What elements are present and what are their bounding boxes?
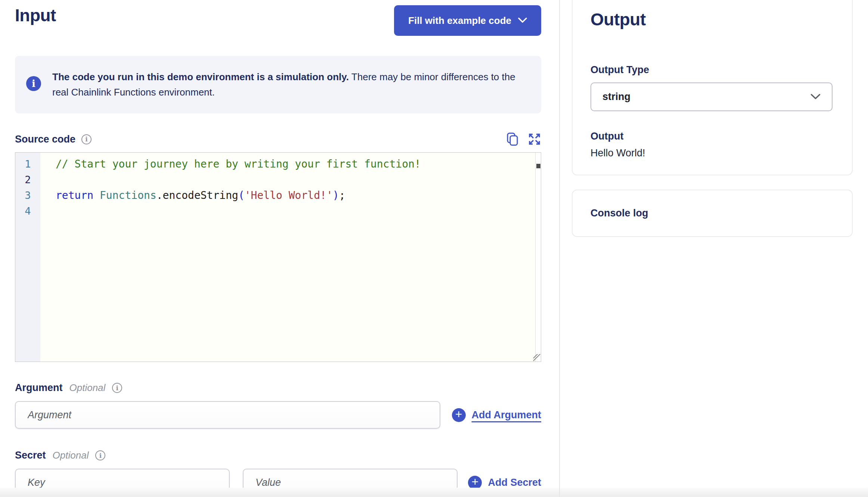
- argument-row: + Add Argument: [15, 401, 541, 429]
- argument-input[interactable]: [15, 401, 440, 429]
- output-title: Output: [590, 9, 834, 30]
- code-line: [56, 172, 421, 188]
- line-number: 3: [15, 188, 40, 203]
- output-type-select[interactable]: string: [590, 82, 833, 111]
- editor-code-area[interactable]: // Start your journey here by writing yo…: [40, 153, 421, 362]
- console-log-card: Console log: [572, 190, 853, 237]
- secret-optional-label: Optional: [53, 450, 89, 461]
- input-title: Input: [15, 5, 56, 26]
- line-number: 1: [15, 156, 40, 172]
- editor-scrollbar[interactable]: [535, 153, 541, 362]
- resize-handle-icon[interactable]: [533, 354, 540, 361]
- expand-editor-button[interactable]: [528, 132, 541, 146]
- source-code-label: Source code: [15, 134, 75, 145]
- output-value: Hello World!: [590, 147, 834, 159]
- add-secret-plus-icon[interactable]: +: [468, 476, 482, 490]
- add-argument-plus-icon[interactable]: +: [452, 408, 466, 422]
- copy-icon: [506, 132, 519, 146]
- add-argument-link[interactable]: Add Argument: [472, 409, 541, 421]
- editor-gutter: 1234: [15, 153, 40, 362]
- code-editor[interactable]: 1234 // Start your journey here by writi…: [15, 152, 541, 362]
- simulation-notice-banner: i The code you run in this demo environm…: [15, 56, 541, 113]
- chevron-down-icon: [518, 18, 527, 24]
- editor-scrollbar-thumb[interactable]: [536, 164, 540, 168]
- code-line: [56, 203, 421, 219]
- chevron-down-icon: [810, 94, 821, 100]
- output-card: Output Output Type string Output Hello W…: [572, 0, 853, 175]
- source-code-info-icon[interactable]: i: [81, 134, 92, 144]
- column-divider: [559, 0, 560, 497]
- argument-label: Argument: [15, 382, 63, 394]
- secret-info-icon[interactable]: i: [95, 450, 105, 460]
- input-panel: Input Fill with example code i The code …: [0, 0, 559, 488]
- argument-label-row: Argument Optional i: [15, 382, 541, 394]
- notice-bold-text: The code you run in this demo environmen…: [52, 71, 349, 82]
- secret-label: Secret: [15, 450, 46, 461]
- output-type-label: Output Type: [590, 64, 834, 76]
- copy-code-button[interactable]: [506, 132, 519, 146]
- page: Input Fill with example code i The code …: [0, 0, 868, 497]
- fill-example-code-label: Fill with example code: [408, 15, 511, 26]
- output-panel: Output Output Type string Output Hello W…: [560, 0, 868, 488]
- code-line: return Functions.encodeString('Hello Wor…: [56, 188, 421, 203]
- add-secret-link[interactable]: Add Secret: [488, 477, 541, 488]
- source-code-header: Source code i: [15, 132, 541, 146]
- page-bottom-strip: [0, 488, 868, 497]
- line-number: 2: [15, 172, 40, 188]
- secret-label-row: Secret Optional i: [15, 450, 541, 461]
- info-icon: i: [26, 76, 41, 91]
- input-header: Input Fill with example code: [15, 5, 541, 36]
- console-log-label: Console log: [590, 207, 648, 219]
- fill-example-code-button[interactable]: Fill with example code: [394, 5, 541, 36]
- expand-icon: [528, 132, 541, 146]
- output-value-label: Output: [590, 131, 834, 142]
- line-number: 4: [15, 203, 40, 219]
- code-line: // Start your journey here by writing yo…: [56, 156, 421, 172]
- argument-info-icon[interactable]: i: [112, 383, 122, 393]
- output-type-value: string: [602, 91, 630, 103]
- argument-optional-label: Optional: [69, 382, 106, 394]
- simulation-notice-text: The code you run in this demo environmen…: [52, 69, 523, 100]
